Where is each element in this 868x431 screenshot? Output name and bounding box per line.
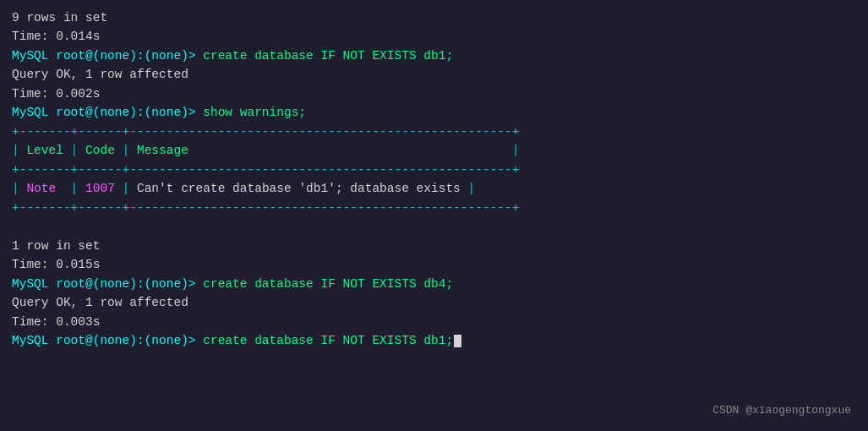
terminal-line (12, 217, 856, 236)
terminal-line: +-------+------+------------------------… (12, 123, 856, 141)
terminal-line: MySQL root@(none):(none)> create databas… (12, 331, 856, 350)
terminal-line: Time: 0.003s (12, 313, 856, 331)
cursor-block (454, 335, 461, 347)
terminal-output: 9 rows in setTime: 0.014sMySQL root@(non… (12, 8, 856, 350)
terminal-line: +-------+------+------------------------… (12, 161, 856, 179)
terminal-line: | Level | Code | Message | (12, 141, 856, 160)
terminal-line: 1 row in set (12, 237, 856, 255)
terminal-line: Query OK, 1 row affected (12, 65, 856, 84)
terminal-line: MySQL root@(none):(none)> show warnings; (12, 103, 856, 122)
terminal-line: +-------+------+------------------------… (12, 199, 856, 217)
terminal-line: MySQL root@(none):(none)> create databas… (12, 275, 856, 293)
terminal-window: 9 rows in setTime: 0.014sMySQL root@(non… (0, 0, 868, 431)
terminal-line: | Note | 1007 | Can't create database 'd… (12, 179, 856, 198)
terminal-line: MySQL root@(none):(none)> create databas… (12, 46, 856, 65)
terminal-line: Time: 0.015s (12, 255, 856, 274)
terminal-line: Time: 0.014s (12, 27, 856, 46)
terminal-line: Time: 0.002s (12, 85, 856, 103)
terminal-line: 9 rows in set (12, 8, 856, 27)
watermark: CSDN @xiaogengtongxue (712, 402, 851, 419)
terminal-line: Query OK, 1 row affected (12, 293, 856, 312)
